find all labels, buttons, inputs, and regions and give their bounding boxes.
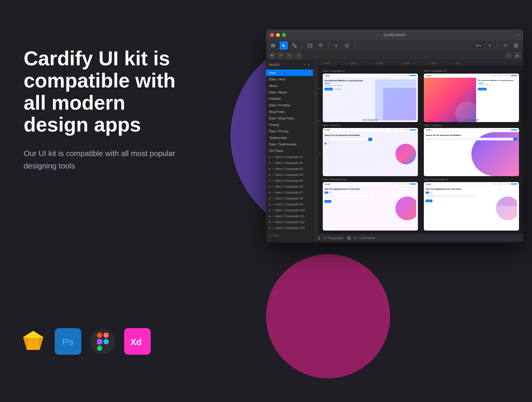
sidebar-item-dark-pricing[interactable]: Dark / Pricing bbox=[266, 128, 313, 134]
pen-tool[interactable] bbox=[317, 41, 325, 50]
thumb-re-2[interactable]: Cardify Find Your Appartaments in a few … bbox=[424, 182, 519, 231]
main-content: Pages + ∧ Hero Dark / Hero About Dark / … bbox=[266, 60, 523, 242]
tree-item-corp-5[interactable]: ▶ ▭ Hero / Corporate #5 bbox=[266, 178, 313, 184]
sidebar-item-dark-portfolio[interactable]: Dark / Portfolio bbox=[266, 102, 313, 108]
thumb-container-travel-2: Hero / Travel #2 Cardify bbox=[424, 128, 519, 176]
toolbar-separator-2 bbox=[328, 43, 329, 48]
monitor-icon: ▭ bbox=[272, 161, 275, 164]
canvas-area[interactable]: -3,060 -2,550 -2,040 -1,530 -1,020 -510 … bbox=[313, 60, 523, 242]
thumb-text-re1: Find Your Appartaments in a few clicks B… bbox=[325, 188, 375, 229]
tree-item-corp-10[interactable]: ▶ ▭ Hero / Corporate #10 bbox=[266, 207, 313, 213]
thumb-container-re-1: Hero / Real Estate #1 Cardify bbox=[323, 182, 418, 231]
sidebar-item-dark-about[interactable]: Dark / About bbox=[266, 89, 313, 95]
sidebar-item-about[interactable]: About bbox=[266, 82, 313, 89]
vector-tool[interactable] bbox=[290, 41, 299, 50]
sidebar-item-label: Dark / Pricing bbox=[269, 129, 288, 133]
zoom-in[interactable]: + bbox=[486, 41, 494, 50]
toolbar-separator-1 bbox=[302, 43, 302, 48]
thumb-body-t2: Search for An Awesome Destination Where?… bbox=[424, 132, 519, 176]
thumb-label-re-1: Hero / Real Estate #1 bbox=[323, 178, 347, 181]
top-toolbar: T 20% + bbox=[266, 40, 523, 51]
sidebar-item-hero[interactable]: Hero bbox=[266, 69, 313, 76]
svg-line-19 bbox=[294, 44, 295, 46]
filter-label[interactable]: Filter bbox=[273, 234, 279, 237]
settings-icon[interactable] bbox=[501, 41, 510, 50]
tree-item-corp-2[interactable]: ▶ ▭ Hero / Corporate #2 bbox=[266, 160, 313, 166]
shape-tool[interactable] bbox=[343, 41, 351, 50]
monitor-icon: ▭ bbox=[272, 221, 275, 223]
thumb-nav-t2 bbox=[491, 129, 517, 130]
thumb-body-t1: Search for An Awesome Destination Where?… bbox=[323, 132, 418, 176]
menu-icon[interactable] bbox=[269, 41, 277, 50]
add-page-btn[interactable]: + bbox=[304, 63, 306, 67]
tree-item-corp-11[interactable]: ▶ ▭ Hero / Corporate #11 bbox=[266, 213, 313, 219]
add-button[interactable]: + bbox=[268, 52, 275, 59]
redo-button[interactable]: ↪ bbox=[286, 52, 293, 59]
thumb-nav-bar-re1: Cardify bbox=[323, 182, 418, 186]
photoshop-icon: Ps bbox=[55, 328, 81, 355]
thumb-cta-2: Learn More bbox=[334, 88, 342, 90]
sidebar-item-dark-testimonials[interactable]: Dark / Testimonials bbox=[266, 141, 313, 147]
tree-item-corp-7[interactable]: ▶ ▭ Hero / Corporate #7 bbox=[266, 189, 313, 195]
thumb-travel-1[interactable]: Cardify Search for An Awesome Destinatio… bbox=[323, 128, 418, 176]
thumb-container-corp-2: Hero / Corporate #2 Cardify bbox=[424, 74, 519, 122]
tree-item-corp-12[interactable]: ▶ ▭ Hero / Corporate #12 bbox=[266, 219, 313, 225]
select-tool[interactable] bbox=[280, 41, 288, 50]
tree-item-corp-6[interactable]: ▶ ▭ Hero / Corporate #6 bbox=[266, 184, 313, 189]
main-heading: Cardify UI kit is compatible with all mo… bbox=[24, 47, 189, 136]
tree-label: Hero / Corporate #1 bbox=[275, 155, 303, 159]
pages-sidebar: Pages + ∧ Hero Dark / Hero About Dark / … bbox=[266, 60, 313, 242]
present-button[interactable]: ▶ bbox=[514, 52, 521, 59]
bottom-label-colorpalette: UI / ColorPalette bbox=[353, 236, 375, 240]
monitor-icon: ▭ bbox=[272, 215, 275, 218]
ruler-mark-3: -2,040 bbox=[375, 61, 383, 64]
thumb-corp-1[interactable]: Cardify Our Awesome Website is Launching… bbox=[323, 74, 418, 122]
canvas-grid: Hero / Corporate #1 Cardify bbox=[320, 68, 522, 234]
sidebar-item-pricing[interactable]: Pricing bbox=[266, 121, 313, 128]
thumb-corp-2[interactable]: Cardify bbox=[424, 74, 519, 122]
minimize-dot[interactable] bbox=[276, 33, 280, 37]
tree-item-corp-9[interactable]: ▶ ▭ Hero / Corporate #9 bbox=[266, 201, 313, 207]
thumb-travel-2[interactable]: Cardify Search for An Awesome Destinatio… bbox=[424, 128, 519, 176]
sidebar-item-dark-blog-posts[interactable]: Dark / Blog Posts bbox=[266, 115, 313, 121]
maximize-dot[interactable] bbox=[282, 33, 286, 37]
tree-item-corp-4[interactable]: ▶ ▭ Hero / Corporate #4 bbox=[266, 172, 313, 178]
svg-text:Xd: Xd bbox=[130, 337, 142, 347]
sidebar-item-our-team[interactable]: Our Team bbox=[266, 147, 313, 154]
tree-item-corp-13[interactable]: ▶ ▭ Hero / Corporate #13 bbox=[266, 225, 313, 231]
ruler-mark-5: -1,020 bbox=[429, 61, 436, 64]
thumb-circle-re2 bbox=[496, 197, 517, 220]
sidebar-item-label: Our Team bbox=[269, 149, 283, 153]
sidebar-item-blog-posts[interactable]: Blog Posts bbox=[266, 108, 313, 115]
collapse-btn[interactable]: ∧ bbox=[307, 63, 310, 67]
text-tool[interactable]: T bbox=[332, 41, 340, 50]
bottom-icon-2[interactable] bbox=[347, 236, 351, 240]
thumb-re-1[interactable]: Cardify Find Your Appartaments in a few … bbox=[323, 182, 418, 231]
sidebar-item-dark-hero[interactable]: Dark / Hero bbox=[266, 76, 313, 82]
svg-rect-9 bbox=[103, 333, 109, 338]
arrange-button[interactable]: ≡ bbox=[295, 52, 302, 59]
window-close-icon[interactable]: × bbox=[517, 33, 519, 37]
tree-item-corp-3[interactable]: ▶ ▭ Hero / Corporate #3 bbox=[266, 166, 313, 172]
svg-rect-31 bbox=[319, 239, 319, 239]
undo-button[interactable]: ↩ bbox=[277, 52, 284, 59]
sidebar-item-testimonials[interactable]: Testimonials bbox=[266, 134, 313, 141]
tree-item-corp-1[interactable]: ▶ ▭ Hero / Corporate #1 bbox=[266, 154, 313, 160]
thumb-re-search-2: Search location... bbox=[426, 194, 476, 197]
thumb-building bbox=[395, 197, 416, 220]
monitor-icon: ▭ bbox=[272, 179, 275, 182]
thumb-container-re-2: Hero / Real Estate #2 Cardify bbox=[424, 182, 519, 231]
rectangle-tool[interactable] bbox=[306, 41, 314, 50]
thumb-search: Where? bbox=[325, 138, 368, 141]
tree-item-corp-8[interactable]: ▶ ▭ Hero / Corporate #8 bbox=[266, 195, 313, 201]
tree-arrow-icon: ▶ bbox=[269, 161, 271, 164]
thumb-brand-t2: Cardify bbox=[426, 129, 431, 131]
grid-icon[interactable] bbox=[512, 41, 520, 50]
svg-rect-10 bbox=[97, 339, 102, 344]
share-button[interactable]: ↗ bbox=[505, 52, 512, 59]
svg-rect-34 bbox=[348, 239, 349, 239]
secondary-toolbar: + ↩ ↪ ≡ ↗ ▶ bbox=[266, 51, 523, 60]
sidebar-item-portfolio[interactable]: Portfolio bbox=[266, 95, 313, 102]
tree-arrow-icon: ▶ bbox=[269, 173, 271, 176]
close-dot[interactable] bbox=[270, 33, 274, 37]
